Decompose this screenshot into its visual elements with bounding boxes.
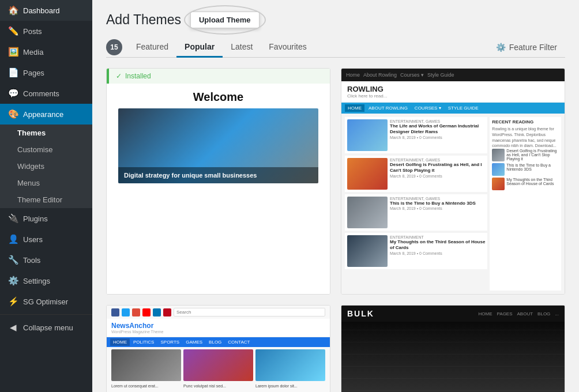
sidebar-item-plugins[interactable]: 🔌 Plugins xyxy=(0,208,92,229)
themes-count-badge: 15 xyxy=(106,39,122,55)
sidebar-item-posts[interactable]: ✏️ Posts xyxy=(0,21,92,42)
installed-bar: ✓ Installed xyxy=(107,69,330,84)
na-caption-1: Lorem ut consequat erat... xyxy=(111,383,181,389)
rowling-articles: ENTERTAINMENT, GAMES The Life and Works … xyxy=(345,117,487,291)
article-meta-4: March 8, 2019 • 0 Comments xyxy=(390,251,485,255)
appearance-submenu: Themes Customise Widgets Menus Theme Edi… xyxy=(0,125,92,208)
submenu-item-customise[interactable]: Customise xyxy=(0,141,92,158)
article-title-3: This is the Time to Buy a Nintendo 3DS xyxy=(390,201,485,206)
rowling-article-2: ENTERTAINMENT, GAMES Desert Golfing is F… xyxy=(345,156,487,192)
sidebar-item-label: Tools xyxy=(23,256,40,265)
rowling-topbar-nav2: About Rowling xyxy=(363,72,397,78)
newsanchor-search-input[interactable] xyxy=(174,308,325,316)
sidebar-item-label: Comments xyxy=(23,89,59,98)
twentynineteen-content: Welcome Digital strategy for unique smal… xyxy=(107,84,330,190)
page-header: Add Themes Upload Theme xyxy=(106,12,565,28)
sidebar-item-users[interactable]: 👤 Users xyxy=(0,229,92,250)
submenu-item-widgets[interactable]: Widgets xyxy=(0,158,92,175)
sidebar-item-pages[interactable]: 📄 Pages xyxy=(0,62,92,83)
article-meta-3: March 8, 2019 • 0 Comments xyxy=(390,206,485,210)
rowling-logo: ROWLING xyxy=(347,85,559,93)
article-meta-1: March 8, 2019 • 0 Comments xyxy=(390,135,485,140)
tools-icon: 🔧 xyxy=(8,255,18,265)
users-icon: 👤 xyxy=(8,234,18,244)
sidebar-mini-img-2 xyxy=(492,163,505,176)
rowling-body: ENTERTAINMENT, GAMES The Life and Works … xyxy=(341,114,565,294)
article-meta-2: March 8, 2019 • 0 Comments xyxy=(390,174,485,178)
tab-feature-filter[interactable]: ⚙️ Feature Filter xyxy=(488,38,565,56)
theme-preview-rowling: Home About Rowling Courses ▾ Style Guide… xyxy=(341,69,565,294)
bulk-nav-blog: BLOG xyxy=(537,311,550,316)
article-img-3 xyxy=(347,197,388,228)
sidebar-item-media[interactable]: 🖼️ Media xyxy=(0,42,92,62)
bulk-hero-scene xyxy=(341,322,565,392)
na-nav-sports: SPORTS xyxy=(157,338,182,346)
sidebar-mini-text-3: My Thoughts on the Third Season of House… xyxy=(506,178,559,186)
sidebar-item-dashboard[interactable]: 🏠 Dashboard xyxy=(0,0,92,21)
newsanchor-logo: NewsAnchor xyxy=(111,322,325,330)
sidebar-mini-img-3 xyxy=(492,178,505,190)
bulk-logo: BULK xyxy=(347,309,374,318)
themes-grid: ✓ Installed Welcome Digital strategy for… xyxy=(106,68,565,392)
sidebar-item-comments[interactable]: 💬 Comments xyxy=(0,83,92,104)
newsanchor-captions: Lorem ut consequat erat... Punc volutpat… xyxy=(107,383,330,391)
bulk-nav: HOME PAGES ABOUT BLOG ... xyxy=(479,311,559,316)
theme-card-twentynineteen[interactable]: ✓ Installed Welcome Digital strategy for… xyxy=(106,68,330,295)
rowling-tagline: Click here to read... xyxy=(347,93,559,99)
submenu-item-menus[interactable]: Menus xyxy=(0,175,92,191)
sidebar-widget-title: RECENT READING xyxy=(492,119,559,125)
rowling-topbar-nav4: Style Guide xyxy=(427,72,454,78)
theme-preview-twentynineteen: ✓ Installed Welcome Digital strategy for… xyxy=(107,69,330,294)
sidebar-item-settings[interactable]: ⚙️ Settings xyxy=(0,270,92,291)
tab-popular[interactable]: Popular xyxy=(176,37,223,58)
theme-preview-newsanchor: NewsAnchor WordPress Magazine Theme HOME… xyxy=(107,306,330,392)
rowling-nav-about: ABOUT ROWLING xyxy=(366,104,411,112)
theme-card-bulk[interactable]: BULK HOME PAGES ABOUT BLOG ... BULK xyxy=(341,305,565,392)
na-nav-home: HOME xyxy=(110,338,130,346)
na-nav-contact: CONTACT xyxy=(225,338,253,346)
sidebar-mini-3: My Thoughts on the Third Season of House… xyxy=(492,178,559,190)
sg-icon: ⚡ xyxy=(8,296,18,307)
rowling-article-4: ENTERTAINMENT My Thoughts on the Third S… xyxy=(345,233,487,269)
sidebar-item-appearance[interactable]: 🎨 Appearance xyxy=(0,104,92,125)
sidebar-item-label: Plugins xyxy=(23,214,48,223)
tab-favourites[interactable]: Favourites xyxy=(261,37,314,58)
sidebar-item-collapse[interactable]: ◀ Collapse menu xyxy=(0,317,92,338)
article-category-1: ENTERTAINMENT, GAMES xyxy=(390,119,485,123)
pages-icon: 📄 xyxy=(8,67,18,78)
article-img-1 xyxy=(347,119,388,151)
na-nav-games: GAMES xyxy=(183,338,205,346)
sidebar-item-tools[interactable]: 🔧 Tools xyxy=(0,250,92,270)
article-img-4 xyxy=(347,235,388,267)
article-title-2: Desert Golfing is Frustrating as Hell, a… xyxy=(390,162,485,174)
theme-card-rowling[interactable]: Home About Rowling Courses ▾ Style Guide… xyxy=(341,68,565,295)
na-caption-3: Larem ipsum dolor sit... xyxy=(255,383,325,389)
article-category-3: ENTERTAINMENT, GAMES xyxy=(390,197,485,201)
na-article-img-2 xyxy=(183,349,253,381)
article-category-2: ENTERTAINMENT, GAMES xyxy=(390,158,485,162)
bulk-nav-about: ABOUT xyxy=(517,311,533,316)
sidebar-item-sg-optimiser[interactable]: ⚡ SG Optimiser xyxy=(0,291,92,312)
rowling-topbar-nav1: Home xyxy=(346,72,360,78)
submenu-item-themes[interactable]: Themes xyxy=(0,125,92,141)
settings-icon: ⚙️ xyxy=(8,276,18,286)
bulk-nav-pages: PAGES xyxy=(497,311,513,316)
submenu-item-theme-editor[interactable]: Theme Editor xyxy=(0,191,92,208)
sidebar: 🏠 Dashboard ✏️ Posts 🖼️ Media 📄 Pages 💬 … xyxy=(0,0,92,392)
theme-card-newsanchor[interactable]: NewsAnchor WordPress Magazine Theme HOME… xyxy=(106,305,330,392)
posts-icon: ✏️ xyxy=(8,26,18,36)
tab-latest[interactable]: Latest xyxy=(223,37,261,58)
upload-theme-button[interactable]: Upload Theme xyxy=(190,12,260,28)
sidebar-item-label: Appearance xyxy=(23,110,63,119)
article-text-4: ENTERTAINMENT My Thoughts on the Third S… xyxy=(390,235,485,267)
pinterest-share-icon xyxy=(163,308,171,316)
facebook-share-icon xyxy=(111,308,119,316)
page-title: Add Themes xyxy=(106,12,181,28)
newsanchor-share-bar xyxy=(107,306,330,319)
welcome-text: Welcome xyxy=(193,91,243,104)
sidebar-item-label: Media xyxy=(23,48,43,56)
newsanchor-articles xyxy=(107,347,330,383)
tab-featured[interactable]: Featured xyxy=(128,37,176,58)
rowling-nav: HOME ABOUT ROWLING COURSES ▾ STYLE GUIDE xyxy=(341,103,565,114)
sidebar-item-label: Pages xyxy=(23,69,44,77)
